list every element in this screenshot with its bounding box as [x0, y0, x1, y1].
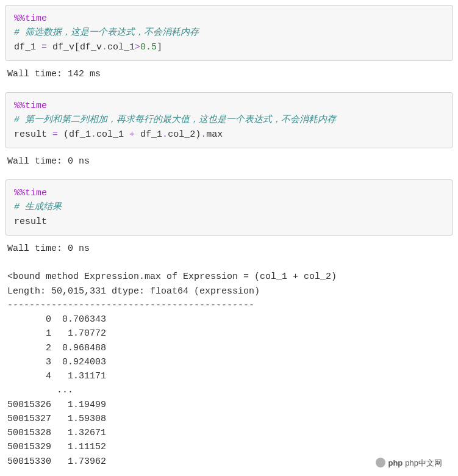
notebook-container: %%time # 筛选数据，这是一个表达式，不会消耗内存 df_1 = df_v…	[5, 5, 453, 475]
cell-2: %%time # 第一列和第二列相加，再求每行的最大值，这也是一个表达式，不会消…	[5, 92, 453, 175]
cell-3: %%time # 生成结果 result Wall time: 0 ns <bo…	[5, 179, 453, 475]
output-block-1: Wall time: 142 ms	[5, 61, 453, 87]
watermark: php php中文网	[376, 457, 442, 469]
code-block-3: %%time # 生成结果 result	[5, 179, 453, 236]
output-block-3: Wall time: 0 ns <bound method Expression…	[5, 236, 453, 475]
code-block-2: %%time # 第一列和第二列相加，再求每行的最大值，这也是一个表达式，不会消…	[5, 92, 453, 148]
logo-icon	[376, 458, 385, 467]
watermark-text-cn: php中文网	[405, 457, 442, 469]
output-block-2: Wall time: 0 ns	[5, 148, 453, 175]
watermark-text-php: php	[388, 457, 403, 469]
cell-1: %%time # 筛选数据，这是一个表达式，不会消耗内存 df_1 = df_v…	[5, 5, 453, 87]
code-block-1: %%time # 筛选数据，这是一个表达式，不会消耗内存 df_1 = df_v…	[5, 5, 453, 61]
